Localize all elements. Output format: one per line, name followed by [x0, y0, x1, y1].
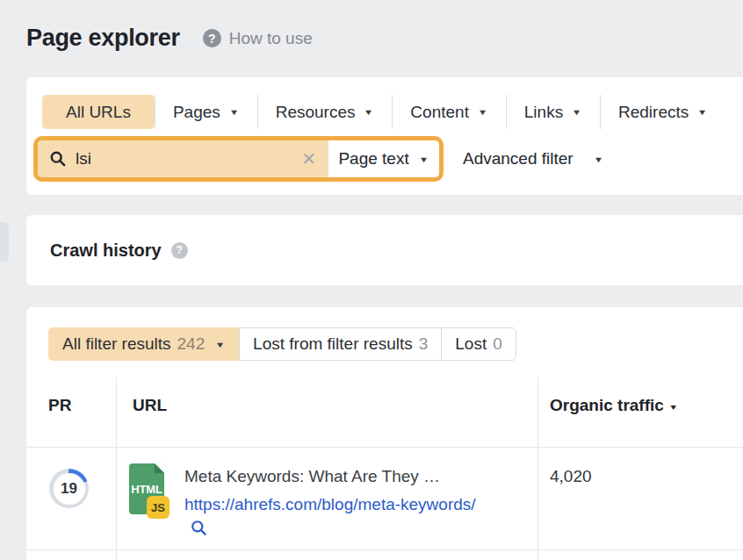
page-title: Page explorer — [26, 25, 180, 52]
filters-card: All URLs Pages Resources Content Links R… — [26, 77, 743, 195]
page-rating-value: 19 — [54, 473, 85, 505]
lost-label: Lost — [455, 334, 487, 354]
search-highlight-callout: lsi ✕ Page text — [33, 136, 444, 182]
url-type-tabs: All URLs Pages Resources Content Links R… — [42, 95, 725, 129]
left-edge-panel-handle — [0, 222, 9, 262]
js-badge-icon: JS — [147, 496, 170, 519]
page-url-link[interactable]: https://ahrefs.com/blog/meta-keywords/ — [184, 495, 476, 513]
lost-count: 0 — [493, 334, 502, 354]
next-row-partial — [26, 550, 116, 560]
page-rating-ring: 19 — [49, 469, 89, 508]
chevron-down-icon — [214, 339, 226, 350]
all-filter-results-label: All filter results — [62, 334, 171, 354]
organic-traffic-label: Organic traffic — [550, 396, 664, 414]
chevron-down-icon — [593, 154, 604, 165]
how-to-use-label: How to use — [229, 29, 313, 48]
tab-lost[interactable]: Lost 0 — [441, 327, 516, 361]
file-type-label: HTML — [131, 483, 162, 496]
search-query-text: lsi — [76, 149, 292, 169]
next-row-partial — [116, 550, 537, 560]
tab-all-urls-label: All URLs — [66, 103, 131, 122]
how-to-use-link[interactable]: ? How to use — [203, 29, 313, 48]
html-file-icon: HTML JS — [129, 463, 170, 520]
column-header-pr: PR — [26, 377, 116, 448]
tab-redirects[interactable]: Redirects — [600, 95, 725, 129]
crawl-history-title: Crawl history — [50, 241, 162, 261]
all-filter-results-count: 242 — [177, 334, 206, 354]
crawl-history-help-icon[interactable]: ? — [171, 242, 188, 259]
lost-from-filter-results-label: Lost from filter results — [253, 334, 413, 354]
column-header-organic-traffic[interactable]: Organic traffic — [537, 377, 743, 448]
chevron-down-icon — [696, 106, 708, 118]
inspect-url-icon[interactable] — [191, 520, 207, 536]
clear-search-icon[interactable]: ✕ — [301, 150, 316, 168]
search-scope-dropdown[interactable]: Page text — [328, 140, 439, 177]
page-url-line: https://ahrefs.com/blog/meta-keywords/ — [184, 492, 478, 541]
tab-links-label: Links — [524, 103, 563, 122]
chevron-down-icon — [228, 106, 240, 118]
results-card: All filter results 242 Lost from filter … — [26, 307, 743, 560]
tab-links[interactable]: Links — [506, 95, 600, 129]
table-row-url-cell: HTML JS Meta Keywords: What Are They … h… — [116, 448, 537, 550]
sort-desc-icon — [668, 402, 678, 413]
search-icon — [49, 150, 67, 168]
search-scope-label: Page text — [338, 149, 408, 169]
chevron-down-icon — [477, 106, 488, 118]
column-header-url: URL — [116, 377, 537, 448]
chevron-down-icon — [418, 154, 429, 165]
table-row-traffic-cell: 4,020 — [537, 448, 743, 550]
tab-all-filter-results[interactable]: All filter results 242 — [48, 327, 240, 361]
tab-all-urls[interactable]: All URLs — [42, 95, 155, 129]
next-row-partial — [537, 550, 743, 560]
tab-lost-from-filter-results[interactable]: Lost from filter results 3 — [239, 327, 442, 361]
advanced-filter-label: Advanced filter — [463, 149, 573, 169]
page-header: Page explorer ? How to use — [26, 25, 313, 52]
tab-pages-label: Pages — [173, 103, 220, 122]
tab-pages[interactable]: Pages — [155, 95, 257, 129]
table-row-pr-cell: 19 — [26, 448, 116, 550]
search-input[interactable]: lsi ✕ — [38, 140, 328, 177]
chevron-down-icon — [363, 106, 374, 118]
lost-from-filter-results-count: 3 — [419, 334, 429, 354]
tab-resources-label: Resources — [276, 103, 356, 122]
results-table: PR URL Organic traffic 19 HTML JS Meta K… — [26, 377, 743, 560]
tab-resources[interactable]: Resources — [257, 95, 393, 129]
tab-content-label: Content — [410, 103, 469, 122]
tab-redirects-label: Redirects — [618, 103, 689, 122]
filter-results-tabs: All filter results 242 Lost from filter … — [48, 327, 516, 361]
page-title-text: Meta Keywords: What Are They … — [184, 467, 478, 486]
crawl-history-card: Crawl history ? — [26, 215, 743, 285]
page-fold-corner — [155, 463, 164, 473]
help-question-icon: ? — [203, 29, 221, 47]
chevron-down-icon — [571, 106, 582, 118]
advanced-filter-dropdown[interactable]: Advanced filter — [463, 136, 604, 182]
tab-content[interactable]: Content — [392, 95, 505, 129]
